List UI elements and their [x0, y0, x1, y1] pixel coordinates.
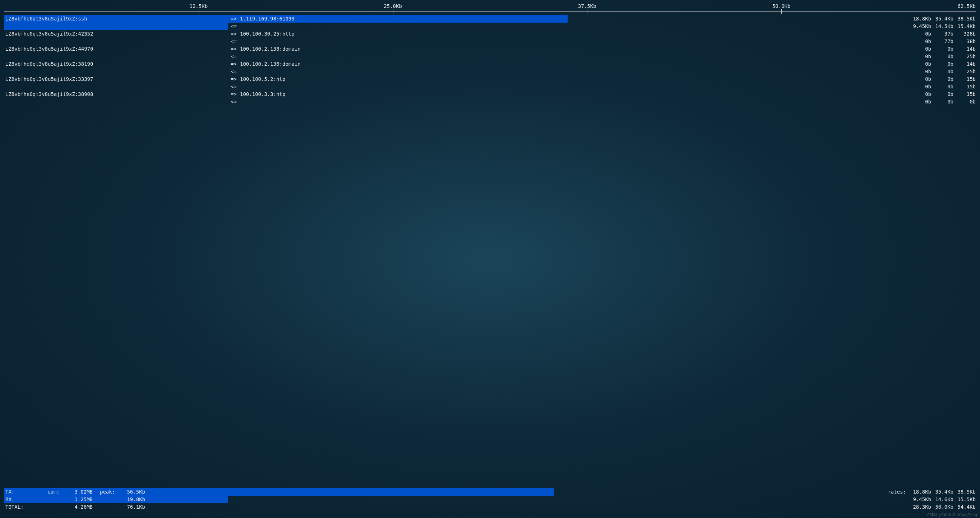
rates-label [884, 503, 909, 511]
rate-10s: 50.0Kb [931, 503, 953, 511]
local-host: iZ8vbfhe0qt3v8u5ajil9xZ:38908 [4, 91, 231, 98]
scale-label: 50.0Kb [772, 3, 791, 9]
peak-value: 56.5Kb [122, 488, 152, 496]
rate-2s: 0b [909, 38, 931, 45]
remote-host: 1.119.169.98:61093 [240, 15, 909, 23]
rate-40s: 15b [953, 75, 976, 83]
connection-tx-row: iZ8vbfhe0qt3v8u5ajil9xZ:42352 => 100.100… [4, 30, 976, 38]
rate-40s: 54.4Kb [953, 503, 976, 511]
rate-10s: 77b [931, 38, 953, 45]
bandwidth-scale: 12.5Kb25.0Kb37.5Kb50.0Kb62.5Kb [4, 0, 976, 13]
rate-2s: 0b [909, 60, 931, 68]
remote-host: 100.100.3.3:ntp [240, 91, 909, 98]
rate-10s: 37b [931, 30, 953, 38]
connections-list: iZ8vbfhe0qt3v8u5ajil9xZ:ssh => 1.119.169… [0, 15, 980, 106]
remote-host: 100.100.5.2:ntp [240, 75, 909, 83]
summary-total-row: TOTAL: 4.26MB 76.1Kb 28.3Kb 50.0Kb 54.4K… [4, 503, 976, 511]
rate-10s: 0b [931, 68, 953, 75]
rate-40s: 38b [953, 38, 976, 45]
rate-10s: 0b [931, 60, 953, 68]
cum-label [48, 496, 70, 503]
peak-label [100, 503, 122, 511]
rates-label: rates: [884, 488, 909, 496]
rate-10s: 14.6Kb [931, 496, 953, 503]
rate-2s: 0b [909, 98, 931, 106]
remote-host: 100.100.2.136:domain [240, 60, 909, 68]
rate-2s: 0b [909, 83, 931, 91]
rate-2s: 18.8Kb [909, 488, 931, 496]
arrow-tx-icon: => [231, 15, 240, 23]
arrow-tx-icon: => [231, 75, 240, 83]
rate-2s: 0b [909, 30, 931, 38]
rate-40s: 38.5Kb [953, 15, 976, 23]
connection-rx-row: <= 0b 0b 15b [4, 83, 976, 91]
peak-value: 19.8Kb [122, 496, 152, 503]
summary-label: TX: [4, 488, 48, 496]
rate-2s: 0b [909, 53, 931, 60]
arrow-rx-icon: <= [231, 38, 240, 45]
rate-10s: 0b [931, 98, 953, 106]
summary-panel: TX: cum: 3.02MB peak: 56.5Kb rates: 18.8… [0, 488, 980, 511]
scale-tick [976, 10, 976, 14]
cum-value: 3.02MB [70, 488, 100, 496]
scale-label: 62.5Kb [958, 3, 976, 9]
rate-10s: 35.4Kb [931, 15, 953, 23]
rate-10s: 0b [931, 45, 953, 53]
arrow-rx-icon: <= [231, 98, 240, 106]
rate-10s: 35.4Kb [931, 488, 953, 496]
summary-label: RX: [4, 496, 48, 503]
connection-tx-row: iZ8vbfhe0qt3v8u5ajil9xZ:ssh => 1.119.169… [4, 15, 976, 23]
rate-2s: 0b [909, 91, 931, 98]
summary-rx-row: RX: 1.25MB 19.8Kb 9.45Kb 14.6Kb 15.5Kb [4, 496, 976, 503]
scale-label: 37.5Kb [578, 3, 597, 9]
arrow-tx-icon: => [231, 45, 240, 53]
connection-tx-row: iZ8vbfhe0qt3v8u5ajil9xZ:33397 => 100.100… [4, 75, 976, 83]
cum-value: 1.25MB [70, 496, 100, 503]
connection-rx-row: <= 0b 0b 25b [4, 68, 976, 75]
rate-10s: 14.5Kb [931, 23, 953, 30]
cum-value: 4.26MB [70, 503, 100, 511]
connection-tx-row: iZ8vbfhe0qt3v8u5ajil9xZ:38190 => 100.100… [4, 60, 976, 68]
scale-tick [199, 10, 199, 14]
rate-2s: 0b [909, 68, 931, 75]
cum-label: cum: [48, 488, 70, 496]
connection-rx-row: <= 9.45Kb 14.5Kb 15.4Kb [4, 23, 976, 30]
arrow-tx-icon: => [231, 60, 240, 68]
rate-40s: 15b [953, 91, 976, 98]
connection-rx-row: <= 0b 0b 25b [4, 53, 976, 60]
rate-10s: 0b [931, 53, 953, 60]
rate-10s: 0b [931, 83, 953, 91]
watermark-text: CSDN @JAVA-D-WangJing [927, 513, 977, 517]
rate-40s: 328b [953, 30, 976, 38]
local-host: iZ8vbfhe0qt3v8u5ajil9xZ:38190 [4, 60, 231, 68]
rate-40s: 15b [953, 83, 976, 91]
rate-40s: 15.5Kb [953, 496, 976, 503]
rate-2s: 0b [909, 75, 931, 83]
scale-tick [587, 10, 587, 14]
scale-label: 12.5Kb [190, 3, 208, 9]
peak-value: 76.1Kb [122, 503, 152, 511]
arrow-tx-icon: => [231, 91, 240, 98]
connection-tx-row: iZ8vbfhe0qt3v8u5ajil9xZ:44970 => 100.100… [4, 45, 976, 53]
rate-2s: 9.45Kb [909, 23, 931, 30]
remote-host: 100.100.2.138:domain [240, 45, 909, 53]
rate-2s: 0b [909, 45, 931, 53]
rate-2s: 28.3Kb [909, 503, 931, 511]
rate-40s: 15.4Kb [953, 23, 976, 30]
connection-rx-row: <= 0b 77b 38b [4, 38, 976, 45]
rates-label [884, 496, 909, 503]
scale-tick [781, 10, 782, 14]
rate-40s: 14b [953, 45, 976, 53]
rate-40s: 14b [953, 60, 976, 68]
rate-2s: 9.45Kb [909, 496, 931, 503]
scale-tick [393, 10, 393, 14]
rate-40s: 38.9Kb [953, 488, 976, 496]
arrow-rx-icon: <= [231, 83, 240, 91]
rate-40s: 0b [953, 98, 976, 106]
local-host: iZ8vbfhe0qt3v8u5ajil9xZ:ssh [4, 15, 231, 23]
rate-2s: 18.8Kb [909, 15, 931, 23]
rate-40s: 25b [953, 53, 976, 60]
rate-10s: 0b [931, 75, 953, 83]
peak-label [100, 496, 122, 503]
arrow-tx-icon: => [231, 30, 240, 38]
